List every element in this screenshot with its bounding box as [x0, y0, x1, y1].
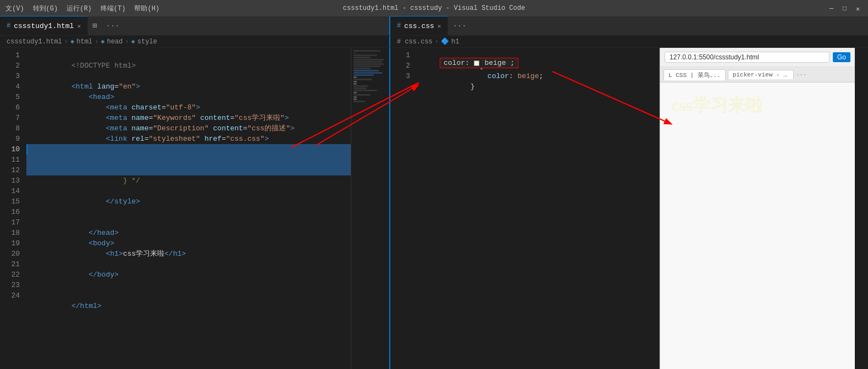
css-code-area[interactable]: h1{ color: beige; } color: beige ;: [417, 48, 659, 369]
go-button[interactable]: Go: [833, 52, 850, 62]
title-bar: 文(V) 转到(G) 运行(R) 终端(T) 帮助(H) cssstudy1.h…: [0, 0, 868, 16]
code-line-16: [26, 207, 351, 217]
left-breadcrumb: cssstudy1.html › ◈ html › ◈ head › ◈ sty…: [0, 36, 390, 48]
code-line-10: /* h1{: [26, 144, 351, 155]
ln-18: 18: [0, 228, 20, 238]
menu-item-v[interactable]: 文(V): [5, 4, 24, 13]
ln-6: 6: [0, 102, 20, 113]
minimize-button[interactable]: —: [830, 5, 836, 12]
breadcrumb-item-h1[interactable]: h1: [451, 38, 459, 46]
breadcrumb-head-icon: ◈: [101, 37, 104, 46]
code-line-20: [26, 249, 351, 259]
tab-cssstudy1[interactable]: # cssstudy1.html ✕: [0, 16, 88, 35]
code-line-7: <meta name="Description" content="css的描述…: [26, 113, 351, 123]
html-file-icon: #: [7, 22, 10, 30]
code-line-19: <h1>css学习来啦</h1>: [26, 238, 351, 249]
code-line-4: <head>: [26, 81, 351, 92]
ln-24: 24: [0, 290, 20, 301]
browser-content: css学习来啦: [660, 82, 855, 369]
ln-13: 13: [0, 175, 20, 186]
code-line-3: <html lang="en">: [26, 71, 351, 81]
code-line-5: <meta charset="utf-8">: [26, 92, 351, 102]
breadcrumb-sep-css: ›: [435, 38, 439, 46]
tab-label-cssstudy1: cssstudy1.html: [14, 22, 74, 30]
code-line-22: [26, 269, 351, 280]
breadcrumb-item-head[interactable]: head: [107, 38, 123, 46]
code-line-23: [26, 280, 351, 290]
ln-7: 7: [0, 113, 20, 123]
css-code-line-3: }: [417, 71, 659, 81]
ln-21: 21: [0, 259, 20, 269]
css-ln-1: 1: [390, 50, 410, 60]
breadcrumb-sep-2: ›: [95, 38, 98, 46]
cursor-indicator: [26, 144, 27, 155]
code-line-21: </body>: [26, 259, 351, 269]
code-line-1: <!DOCTYPE html>: [26, 50, 351, 60]
menu-item-h[interactable]: 帮助(H): [134, 4, 159, 13]
tab-close-cssstudy1[interactable]: ✕: [77, 23, 81, 30]
browser-more-button[interactable]: ···: [796, 71, 807, 78]
breadcrumb-style-icon: ◈: [131, 37, 135, 46]
browser-tabs[interactable]: L CSS | 菜鸟... picker-view - uni-... ···: [660, 67, 855, 82]
breadcrumb-html-icon: ◈: [70, 37, 74, 46]
tab-css[interactable]: # css.css ✕: [390, 16, 448, 35]
code-line-6: <meta name="Keywords" content="css学习来啦">: [26, 102, 351, 113]
browser-tab-picker[interactable]: picker-view - uni-...: [728, 70, 794, 79]
breadcrumb-h1-icon: 🔷: [441, 37, 449, 46]
css-editor-pane[interactable]: 1 2 3 h1{ color: beige; }: [390, 48, 660, 369]
ln-19: 19: [0, 238, 20, 249]
code-line-9: <style>: [26, 134, 351, 144]
breadcrumb-item-html[interactable]: html: [76, 38, 92, 46]
ln-15: 15: [0, 196, 20, 207]
ln-12: 12: [0, 165, 20, 175]
css-ln-2: 2: [390, 60, 410, 71]
close-button[interactable]: ✕: [856, 5, 863, 12]
code-line-2: [26, 60, 351, 71]
breadcrumb-item-file[interactable]: cssstudy1.html: [7, 38, 62, 46]
css-file-icon: #: [397, 22, 401, 30]
code-line-8: <link rel="stylesheet" href="css.css">: [26, 123, 351, 134]
ln-17: 17: [0, 217, 20, 228]
code-editor[interactable]: <!DOCTYPE html> <html lang="en"> <head> …: [26, 48, 351, 369]
menu-bar[interactable]: 文(V) 转到(G) 运行(R) 终端(T) 帮助(H): [5, 4, 159, 13]
browser-url-bar[interactable]: Go: [660, 48, 855, 67]
ln-16: 16: [0, 207, 20, 217]
browser-h1-text: css学习来啦: [671, 93, 844, 118]
code-line-11: color: burlywood;: [26, 155, 351, 165]
maximize-button[interactable]: □: [843, 5, 849, 12]
code-line-14: </style>: [26, 186, 351, 196]
code-line-24: </html>: [26, 290, 351, 301]
main-layout: 1 2 3 4 5 6 7 8 9 10 11 12 13 14 15 16 1…: [0, 48, 868, 369]
css-ln-3: 3: [390, 71, 410, 81]
menu-item-g[interactable]: 转到(G): [33, 4, 58, 13]
ln-23: 23: [0, 280, 20, 290]
tooltip-semicolon: ;: [510, 59, 515, 67]
menu-item-r[interactable]: 运行(R): [67, 4, 92, 13]
ln-1: 1: [0, 50, 20, 60]
window-controls[interactable]: — □ ✕: [830, 5, 863, 12]
ln-4: 4: [0, 81, 20, 92]
breadcrumb-item-style[interactable]: style: [137, 38, 157, 46]
tab-close-css[interactable]: ✕: [438, 23, 441, 30]
tab-more-button-right[interactable]: ···: [448, 16, 471, 35]
breadcrumb-item-css-file[interactable]: # css.css: [397, 38, 433, 46]
split-editor-button[interactable]: ⊞: [88, 16, 101, 35]
ln-10: 10: [0, 144, 20, 155]
url-input[interactable]: [665, 52, 830, 63]
tab-more-button-left[interactable]: ···: [101, 16, 124, 35]
breadcrumb-sep-1: ›: [64, 38, 68, 46]
code-line-12: } */: [26, 165, 351, 175]
left-editor-pane[interactable]: 1 2 3 4 5 6 7 8 9 10 11 12 13 14 15 16 1…: [0, 48, 390, 369]
line-numbers: 1 2 3 4 5 6 7 8 9 10 11 12 13 14 15 16 1…: [0, 48, 26, 369]
menu-item-t[interactable]: 终端(T): [101, 4, 126, 13]
ln-20: 20: [0, 249, 20, 259]
browser-tab-css[interactable]: L CSS | 菜鸟...: [664, 69, 726, 80]
code-line-13: [26, 175, 351, 186]
tooltip-property: color:: [444, 59, 474, 67]
ln-11: 11: [0, 155, 20, 165]
ln-5: 5: [0, 92, 20, 102]
browser-preview-pane: Go L CSS | 菜鸟... picker-view - uni-... ·…: [660, 48, 855, 369]
minimap: [351, 48, 389, 369]
code-line-17: </head>: [26, 217, 351, 228]
css-line-numbers: 1 2 3: [390, 48, 417, 369]
